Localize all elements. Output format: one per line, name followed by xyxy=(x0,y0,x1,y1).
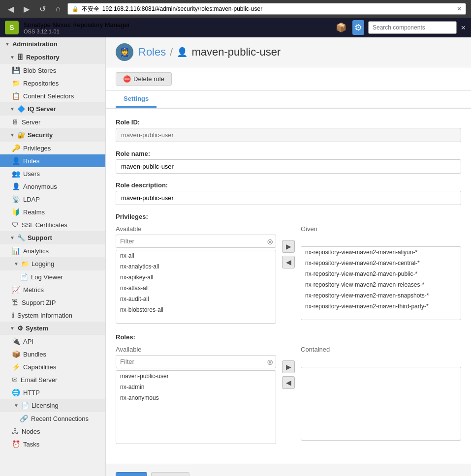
list-item[interactable]: nx-apikey-all xyxy=(116,272,276,283)
sidebar-item-repositories[interactable]: 📁 Repositories xyxy=(0,77,105,89)
role-name-input[interactable] xyxy=(116,159,461,174)
nodes-icon: 🖧 xyxy=(12,427,19,435)
list-item[interactable]: nx-repository-view-maven2-maven-third-pa… xyxy=(301,301,461,312)
roles-contained-list[interactable] xyxy=(301,367,461,441)
repositories-icon: 📁 xyxy=(12,79,20,87)
sidebar-item-realms[interactable]: 🔰 Realms xyxy=(0,206,105,218)
list-item[interactable]: nx-audit-all xyxy=(116,294,276,304)
roles-filter-clear-icon[interactable]: ⊗ xyxy=(267,357,273,366)
settings-button[interactable]: ⚙ xyxy=(352,20,364,35)
sidebar-item-support-zip[interactable]: 🗜 Support ZIP xyxy=(0,296,105,309)
list-item[interactable]: nx-repository-view-maven2-maven-aliyun-* xyxy=(301,247,461,258)
search-clear-icon[interactable]: ✕ xyxy=(461,24,466,31)
sidebar-section-security[interactable]: ▼ 🔐 Security xyxy=(0,128,105,142)
sidebar-item-analytics[interactable]: 📊 Analytics xyxy=(0,244,105,257)
sidebar-item-privileges[interactable]: 🔑 Privileges xyxy=(0,142,105,154)
search-input[interactable] xyxy=(368,21,457,34)
privileges-available-list[interactable]: nx-all nx-analytics-all nx-apikey-all nx… xyxy=(116,250,276,324)
tab-settings[interactable]: Settings xyxy=(116,91,157,108)
list-item[interactable]: nx-blobstores-all xyxy=(116,304,276,315)
list-item[interactable]: nx-all xyxy=(116,250,276,261)
roles-dual-list: Available ⊗ maven-public-user nx-admin n… xyxy=(116,346,461,444)
page-icon: 👮 xyxy=(116,43,133,61)
browse-button[interactable]: 📦 xyxy=(334,20,348,35)
sidebar-content-selectors-label: Content Selectors xyxy=(23,92,74,100)
address-bar: 🔒 不安全 192.168.2.116:8081/#admin/security… xyxy=(67,3,466,15)
sidebar-item-users[interactable]: 👥 Users xyxy=(0,167,105,180)
sidebar-ldap-label: LDAP xyxy=(23,196,40,203)
privileges-given-list[interactable]: nx-repository-view-maven2-maven-aliyun-*… xyxy=(301,246,461,320)
list-item[interactable]: nx-repository-view-maven2-maven-central-… xyxy=(301,258,461,268)
sidebar-item-tasks[interactable]: ⏰ Tasks xyxy=(0,438,105,450)
sidebar-item-ldap[interactable]: 📡 LDAP xyxy=(0,193,105,206)
discard-button[interactable]: Discard xyxy=(151,472,189,476)
sidebar-item-content-selectors[interactable]: 📋 Content Selectors xyxy=(0,89,105,102)
sidebar-section-system[interactable]: ▼ ⚙ System xyxy=(0,322,105,335)
repo-triangle-icon: ▼ xyxy=(10,55,15,60)
sidebar-administration-label: Administration xyxy=(12,40,58,48)
list-item[interactable]: nx-repository-view-maven2-maven-releases… xyxy=(301,279,461,290)
sidebar-item-api[interactable]: 🔌 API xyxy=(0,335,105,348)
list-item[interactable]: nx-admin xyxy=(116,382,276,392)
sidebar-item-system-information[interactable]: ℹ System Information xyxy=(0,309,105,322)
list-item[interactable]: nx-repository-view-maven2-maven-snapshot… xyxy=(301,290,461,301)
sidebar-item-roles[interactable]: 👤 Roles xyxy=(0,154,105,167)
sidebar-section-administration[interactable]: ▼ Administration xyxy=(0,37,105,51)
privileges-filter-clear-icon[interactable]: ⊗ xyxy=(267,237,273,246)
sidebar-metrics-label: Metrics xyxy=(23,286,44,294)
back-button[interactable]: ◀ xyxy=(5,3,17,15)
privileges-add-button[interactable]: ▶ xyxy=(282,240,295,253)
sidebar-item-metrics[interactable]: 📈 Metrics xyxy=(0,283,105,296)
sidebar-item-nodes[interactable]: 🖧 Nodes xyxy=(0,425,105,438)
app-subtitle: OSS 3.12.1-01 xyxy=(24,29,130,34)
list-item[interactable]: nx-atlas-all xyxy=(116,283,276,294)
security-label: 不安全 xyxy=(82,5,99,13)
role-desc-input[interactable] xyxy=(116,191,461,205)
toolbar: ⛔ Delete role xyxy=(106,67,471,91)
privileges-remove-button[interactable]: ◀ xyxy=(282,256,295,268)
support-triangle-icon: ▼ xyxy=(10,235,15,240)
roles-add-button[interactable]: ▶ xyxy=(282,360,295,373)
sidebar-item-blob-stores[interactable]: 💾 Blob Stores xyxy=(0,64,105,77)
api-icon: 🔌 xyxy=(12,337,20,345)
sidebar-item-server[interactable]: 🖥 Server xyxy=(0,116,105,128)
save-button[interactable]: Save xyxy=(116,472,147,476)
sidebar-item-recent-connections[interactable]: 🔗 Recent Connections xyxy=(0,412,105,425)
list-item[interactable]: maven-public-user xyxy=(116,371,276,382)
clear-address-button[interactable]: ✕ xyxy=(457,5,462,12)
sidebar-item-log-viewer[interactable]: 📄 Log Viewer xyxy=(0,270,105,283)
sidebar-section-logging[interactable]: ▼ 📁 Logging xyxy=(0,257,105,270)
home-button[interactable]: ⌂ xyxy=(53,3,63,14)
forward-button[interactable]: ▶ xyxy=(21,3,32,15)
metrics-icon: 📈 xyxy=(12,286,20,294)
roles-remove-button[interactable]: ◀ xyxy=(282,376,295,389)
sidebar-section-repository[interactable]: ▼ 🗄 Repository xyxy=(0,51,105,64)
delete-label: Delete role xyxy=(133,75,164,83)
sidebar-item-http[interactable]: 🌐 HTTP xyxy=(0,386,105,399)
breadcrumb-roles-link[interactable]: Roles xyxy=(138,46,166,59)
role-id-input[interactable] xyxy=(116,128,461,142)
security-triangle-icon: ▼ xyxy=(10,132,15,138)
sidebar-section-licensing[interactable]: ▼ 📄 Licensing xyxy=(0,399,105,412)
privileges-filter-input[interactable] xyxy=(116,235,276,248)
list-item[interactable]: nx-analytics-all xyxy=(116,261,276,272)
delete-role-button[interactable]: ⛔ Delete role xyxy=(116,72,172,86)
sidebar-item-ssl-certificates[interactable]: 🛡 SSL Certificates xyxy=(0,218,105,231)
reload-button[interactable]: ↺ xyxy=(36,3,49,15)
roles-filter-input[interactable] xyxy=(116,355,276,368)
sidebar-item-anonymous[interactable]: 👤 Anonymous xyxy=(0,180,105,193)
logo-text: S xyxy=(9,24,14,31)
sidebar-section-support[interactable]: ▼ 🔧 Support xyxy=(0,231,105,244)
roles-available-list[interactable]: maven-public-user nx-admin nx-anonymous xyxy=(116,370,276,444)
sidebar-section-iq-server[interactable]: ▼ 🔷 IQ Server xyxy=(0,102,105,116)
realms-icon: 🔰 xyxy=(12,208,20,216)
roles-icon: 👤 xyxy=(12,157,20,165)
list-item[interactable]: nx-repository-view-maven2-maven-public-* xyxy=(301,268,461,279)
roles-contained-header: Contained xyxy=(301,346,461,353)
sidebar-item-capabilities[interactable]: ⚡ Capabilities xyxy=(0,360,105,373)
sidebar-item-bundles[interactable]: 📦 Bundles xyxy=(0,348,105,360)
sidebar-item-email-server[interactable]: ✉ Email Server xyxy=(0,373,105,386)
sidebar-logging-label: Logging xyxy=(31,260,54,268)
roles-contained-col: Contained xyxy=(301,346,461,441)
list-item[interactable]: nx-anonymous xyxy=(116,392,276,403)
